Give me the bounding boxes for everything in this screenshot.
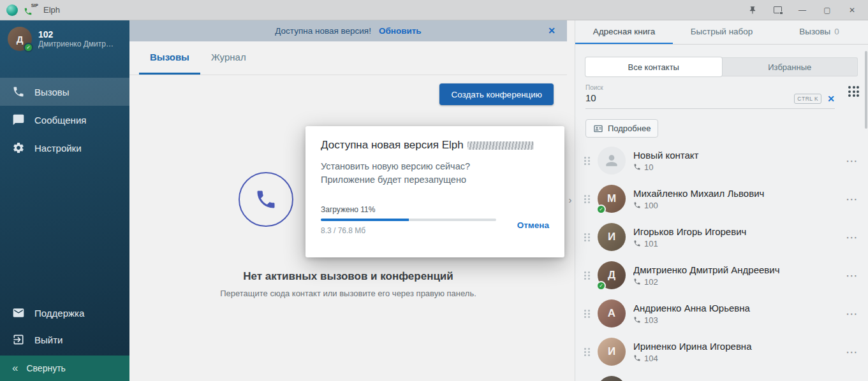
contact-menu-button[interactable]: ⋯ xyxy=(843,192,860,206)
phone-icon xyxy=(633,240,641,247)
right-panel: Адресная книга Быстрый набор Вызовы 0 Вс… xyxy=(575,20,868,381)
download-size-label: 8.3 / 76.8 Мб xyxy=(321,226,549,235)
contact-row[interactable]: А Андриенко Анна Юрьевна 103 ⋯ xyxy=(575,294,868,333)
drag-handle[interactable] xyxy=(584,271,590,280)
user-extension: 102 xyxy=(38,29,114,40)
drag-handle[interactable] xyxy=(584,195,590,203)
avatar: П xyxy=(598,376,626,381)
tab-journal[interactable]: Журнал xyxy=(200,41,257,75)
contact-row[interactable]: И Ириненко Ирина Игоревна 104 ⋯ xyxy=(575,333,868,371)
phone-icon xyxy=(633,201,641,209)
drag-handle[interactable] xyxy=(584,157,590,165)
banner-text: Доступна новая версия! xyxy=(275,26,371,36)
pin-icon[interactable] xyxy=(743,3,762,18)
contact-row[interactable]: И Игорьков Игорь Игоревич 101 ⋯ xyxy=(575,218,868,256)
segment-all-contacts[interactable]: Все контакты xyxy=(585,57,722,76)
drag-handle[interactable] xyxy=(584,310,590,318)
gear-icon xyxy=(12,141,25,154)
user-avatar: Д ✓ xyxy=(8,27,32,51)
avatar xyxy=(598,147,626,175)
drag-handle[interactable] xyxy=(584,348,590,356)
contact-number: 102 xyxy=(644,277,658,287)
contact-name: Михайленко Михаил Львович xyxy=(633,188,843,199)
app-logo-icon xyxy=(6,4,18,16)
sidebar-item-messages[interactable]: Сообщения xyxy=(0,106,129,134)
contact-name: Игорьков Игорь Игоревич xyxy=(633,226,843,237)
contact-menu-button[interactable]: ⋯ xyxy=(843,154,860,168)
phone-icon xyxy=(633,354,641,362)
close-button[interactable]: ✕ xyxy=(842,3,862,18)
calls-count-badge: 0 xyxy=(834,27,839,36)
contact-menu-button[interactable]: ⋯ xyxy=(843,268,860,283)
collapse-sidebar-button[interactable]: « Свернуть xyxy=(0,356,129,381)
drag-handle[interactable] xyxy=(584,233,590,241)
contact-menu-button[interactable]: ⋯ xyxy=(843,345,860,359)
contact-row[interactable]: М ✓ Михайленко Михаил Львович 100 ⋯ xyxy=(575,180,868,218)
phone-icon xyxy=(633,316,641,324)
sidebar-item-support[interactable]: Поддержка xyxy=(0,299,129,326)
update-link[interactable]: Обновить xyxy=(379,26,422,36)
sidebar-item-label: Поддержка xyxy=(34,308,84,319)
sidebar-item-calls[interactable]: Вызовы xyxy=(0,78,129,106)
download-progress-bar xyxy=(321,219,496,221)
create-conference-button[interactable]: Создать конференцию xyxy=(439,83,554,105)
scrollbar-thumb[interactable] xyxy=(865,51,867,129)
avatar: И xyxy=(598,338,626,366)
contact-number: 103 xyxy=(644,315,658,325)
details-button[interactable]: Подробнее xyxy=(585,119,658,138)
sidebar-item-settings[interactable]: Настройки xyxy=(0,134,129,162)
contact-list: Новый контакт 10 ⋯ М ✓ Михайленко Михаил… xyxy=(575,141,868,381)
search-input[interactable] xyxy=(585,92,675,103)
contact-row[interactable]: Новый контакт 10 ⋯ xyxy=(575,141,868,180)
online-badge: ✓ xyxy=(596,205,606,214)
contacts-filter: Все контакты Избранные xyxy=(585,57,858,76)
maximize-button[interactable]: ▢ xyxy=(818,3,837,18)
banner-close-icon[interactable]: ✕ xyxy=(548,25,555,36)
user-name: Дмитриенко Дмитр… xyxy=(38,40,114,48)
dialog-title: Доступна новая версия Elph xyxy=(321,139,549,152)
online-badge: ✓ xyxy=(596,281,606,291)
contact-row[interactable]: Д ✓ Дмитриенко Дмитрий Андреевич 102 ⋯ xyxy=(575,256,868,294)
contact-menu-button[interactable]: ⋯ xyxy=(843,306,860,321)
phone-circle-icon xyxy=(239,172,293,227)
cancel-button[interactable]: Отмена xyxy=(517,220,549,230)
collapse-label: Свернуть xyxy=(26,363,65,373)
person-icon xyxy=(603,152,620,169)
chat-icon xyxy=(12,113,25,126)
search-label: Поиск xyxy=(585,84,794,91)
sip-label: SIP xyxy=(31,3,38,8)
tab-address-book[interactable]: Адресная книга xyxy=(575,20,673,44)
sidebar-item-logout[interactable]: Выйти xyxy=(0,326,129,353)
update-dialog: Доступна новая версия Elph Установить но… xyxy=(305,126,564,257)
mail-icon xyxy=(12,306,25,319)
sidebar: Д ✓ 102 Дмитриенко Дмитр… Вызовы Сообщен… xyxy=(0,20,129,381)
collapse-right-panel-button[interactable]: › xyxy=(564,191,576,208)
sidebar-item-label: Выйти xyxy=(34,334,63,345)
tab-calls-count[interactable]: Вызовы 0 xyxy=(770,20,868,44)
tab-speed-dial[interactable]: Быстрый набор xyxy=(673,20,770,44)
contact-name: Андриенко Анна Юрьевна xyxy=(633,303,843,313)
contact-card-icon xyxy=(593,124,603,134)
shortcut-badge: CTRL K xyxy=(794,94,821,104)
avatar: М ✓ xyxy=(598,185,626,213)
online-badge: ✓ xyxy=(24,43,33,52)
logout-icon xyxy=(12,333,25,346)
dialpad-icon[interactable] xyxy=(848,86,859,97)
contact-number: 101 xyxy=(644,239,658,248)
phone-icon xyxy=(12,85,25,98)
window-title: Elph xyxy=(43,5,60,15)
sidebar-item-label: Вызовы xyxy=(34,87,70,97)
contact-name: Новый контакт xyxy=(633,150,843,161)
segment-favorites[interactable]: Избранные xyxy=(722,57,858,76)
contact-row[interactable]: П Петренко Пётр Петрович ⋯ xyxy=(575,371,868,381)
avatar: А xyxy=(598,299,626,327)
contact-number: 10 xyxy=(644,162,653,172)
popout-icon[interactable] xyxy=(768,3,787,18)
user-profile[interactable]: Д ✓ 102 Дмитриенко Дмитр… xyxy=(0,20,129,57)
contact-menu-button[interactable]: ⋯ xyxy=(843,230,860,245)
sip-phone-icon: SIP xyxy=(24,3,38,17)
tab-calls[interactable]: Вызовы xyxy=(139,41,200,75)
minimize-button[interactable]: — xyxy=(793,3,812,18)
right-panel-tabs: Адресная книга Быстрый набор Вызовы 0 xyxy=(575,20,868,45)
clear-search-icon[interactable]: ✕ xyxy=(827,94,835,104)
